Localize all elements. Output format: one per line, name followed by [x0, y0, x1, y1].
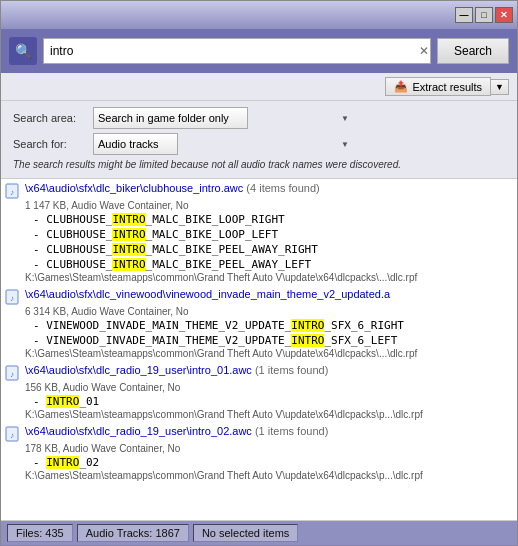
list-item: VINEWOOD_INVADE_MAIN_THEME_V2_UPDATE_INT… — [1, 318, 517, 333]
result-file-info: \x64\audio\sfx\dlc_biker\clubhouse_intro… — [25, 182, 513, 194]
highlight: INTRO — [112, 243, 145, 256]
extract-label: Extract results — [412, 81, 482, 93]
extract-icon: 📤 — [394, 80, 408, 93]
result-file-info: \x64\audio\sfx\dlc_radio_19_user\intro_0… — [25, 425, 513, 437]
search-area-row: Search area: Search in game folder only — [13, 107, 505, 129]
result-file-row: ♪\x64\audio\sfx\dlc_radio_19_user\intro_… — [1, 424, 517, 443]
status-audio-tracks: Audio Tracks: 1867 — [77, 524, 189, 542]
close-button[interactable]: ✕ — [495, 7, 513, 23]
result-meta: 6 314 KB, Audio Wave Container, No — [1, 306, 517, 318]
result-file-link[interactable]: \x64\audio\sfx\dlc_radio_19_user\intro_0… — [25, 364, 252, 376]
result-path: K:\Games\Steam\steamapps\common\Grand Th… — [1, 272, 517, 285]
result-meta: 1 147 KB, Audio Wave Container, No — [1, 200, 517, 212]
status-selected: No selected items — [193, 524, 298, 542]
toolbar: 📤 Extract results ▼ — [1, 73, 517, 101]
list-item: CLUBHOUSE_INTRO_MALC_BIKE_LOOP_RIGHT — [1, 212, 517, 227]
highlight: INTRO — [112, 228, 145, 241]
clear-button[interactable]: ✕ — [419, 44, 429, 58]
search-bar: 🔍 ✕ Search — [1, 29, 517, 73]
search-input-wrap: ✕ — [43, 38, 431, 64]
svg-text:♪: ♪ — [10, 188, 14, 197]
search-area-select[interactable]: Search in game folder only — [93, 107, 248, 129]
window-controls: — □ ✕ — [455, 7, 513, 23]
title-bar: — □ ✕ — [1, 1, 517, 29]
result-meta: 156 KB, Audio Wave Container, No — [1, 382, 517, 394]
highlight: INTRO — [46, 395, 79, 408]
result-meta: 178 KB, Audio Wave Container, No — [1, 443, 517, 455]
status-bar: Files: 435 Audio Tracks: 1867 No selecte… — [1, 521, 517, 545]
search-for-label: Search for: — [13, 138, 93, 150]
list-item: INTRO_02 — [1, 455, 517, 470]
result-group: ♪\x64\audio\sfx\dlc_radio_19_user\intro_… — [1, 363, 517, 422]
list-item: INTRO_01 — [1, 394, 517, 409]
highlight: INTRO — [112, 213, 145, 226]
status-files: Files: 435 — [7, 524, 73, 542]
main-window: — □ ✕ 🔍 ✕ Search 📤 Extract results ▼ Sea… — [0, 0, 518, 546]
result-file-link[interactable]: \x64\audio\sfx\dlc_radio_19_user\intro_0… — [25, 425, 252, 437]
search-area-label: Search area: — [13, 112, 93, 124]
highlight: INTRO — [291, 334, 324, 347]
search-icon-box: 🔍 — [9, 37, 37, 65]
result-path: K:\Games\Steam\steamapps\common\Grand Th… — [1, 470, 517, 483]
search-for-select[interactable]: Audio tracks — [93, 133, 178, 155]
search-area-select-wrap: Search in game folder only — [93, 107, 353, 129]
svg-text:♪: ♪ — [10, 370, 14, 379]
result-file-info: \x64\audio\sfx\dlc_vinewood\vinewood_inv… — [25, 288, 513, 300]
result-group: ♪\x64\audio\sfx\dlc_vinewood\vinewood_in… — [1, 287, 517, 361]
result-count: (4 items found) — [243, 182, 319, 194]
result-count: (1 items found) — [252, 425, 328, 437]
list-item: CLUBHOUSE_INTRO_MALC_BIKE_PEEL_AWAY_LEFT — [1, 257, 517, 272]
highlight: INTRO — [291, 319, 324, 332]
result-group: ♪\x64\audio\sfx\dlc_radio_19_user\intro_… — [1, 424, 517, 483]
audio-file-icon: ♪ — [5, 183, 21, 199]
highlight: INTRO — [46, 456, 79, 469]
result-group: ♪\x64\audio\sfx\dlc_biker\clubhouse_intr… — [1, 181, 517, 285]
svg-text:♪: ♪ — [10, 431, 14, 440]
highlight: INTRO — [112, 258, 145, 271]
maximize-button[interactable]: □ — [475, 7, 493, 23]
search-for-row: Search for: Audio tracks — [13, 133, 505, 155]
search-button[interactable]: Search — [437, 38, 509, 64]
result-file-info: \x64\audio\sfx\dlc_radio_19_user\intro_0… — [25, 364, 513, 376]
search-for-select-wrap: Audio tracks — [93, 133, 353, 155]
list-item: CLUBHOUSE_INTRO_MALC_BIKE_PEEL_AWAY_RIGH… — [1, 242, 517, 257]
result-file-link[interactable]: \x64\audio\sfx\dlc_vinewood\vinewood_inv… — [25, 288, 390, 300]
result-path: K:\Games\Steam\steamapps\common\Grand Th… — [1, 409, 517, 422]
search-input[interactable] — [43, 38, 431, 64]
result-file-link[interactable]: \x64\audio\sfx\dlc_biker\clubhouse_intro… — [25, 182, 243, 194]
results-container[interactable]: ♪\x64\audio\sfx\dlc_biker\clubhouse_intr… — [1, 178, 517, 521]
minimize-button[interactable]: — — [455, 7, 473, 23]
audio-file-icon: ♪ — [5, 289, 21, 305]
svg-text:♪: ♪ — [10, 294, 14, 303]
result-path: K:\Games\Steam\steamapps\common\Grand Th… — [1, 348, 517, 361]
audio-file-icon: ♪ — [5, 426, 21, 442]
results-list: ♪\x64\audio\sfx\dlc_biker\clubhouse_intr… — [1, 179, 517, 487]
audio-file-icon: ♪ — [5, 365, 21, 381]
list-item: VINEWOOD_INVADE_MAIN_THEME_V2_UPDATE_INT… — [1, 333, 517, 348]
result-count: (1 items found) — [252, 364, 328, 376]
result-file-row: ♪\x64\audio\sfx\dlc_vinewood\vinewood_in… — [1, 287, 517, 306]
options-area: Search area: Search in game folder only … — [1, 101, 517, 178]
list-item: CLUBHOUSE_INTRO_MALC_BIKE_LOOP_LEFT — [1, 227, 517, 242]
result-file-row: ♪\x64\audio\sfx\dlc_biker\clubhouse_intr… — [1, 181, 517, 200]
extract-dropdown-button[interactable]: ▼ — [491, 79, 509, 95]
result-file-row: ♪\x64\audio\sfx\dlc_radio_19_user\intro_… — [1, 363, 517, 382]
extract-results-button[interactable]: 📤 Extract results — [385, 77, 491, 96]
warning-text: The search results might be limited beca… — [13, 159, 505, 170]
magnifier-icon: 🔍 — [15, 43, 32, 59]
